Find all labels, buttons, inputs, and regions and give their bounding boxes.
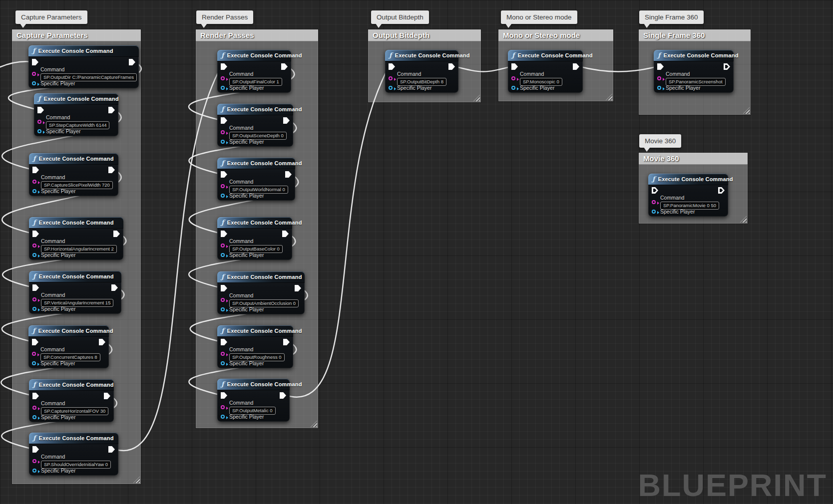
command-pin[interactable] [32, 406, 36, 410]
node-title-bar[interactable]: ƒExecute Console Command [217, 271, 305, 282]
specific-player-pin[interactable] [221, 415, 225, 419]
exec-out-pin[interactable] [129, 59, 135, 65]
comment-resize-handle[interactable] [743, 107, 750, 114]
node-execute-console-command[interactable]: ƒExecute Console CommandCommandSP.Horizo… [29, 217, 123, 260]
comment-bubble[interactable]: Capture Parameters [15, 10, 87, 24]
specific-player-pin[interactable] [32, 253, 36, 257]
exec-in-pin[interactable] [32, 446, 39, 453]
node-title-bar[interactable]: ƒExecute Console Command [217, 50, 291, 61]
node-title-bar[interactable]: ƒExecute Console Command [217, 217, 292, 228]
command-pin[interactable] [657, 76, 661, 80]
exec-out-pin[interactable] [448, 63, 455, 70]
comment-title-bar[interactable]: Single Frame 360 [639, 29, 751, 41]
node-title-bar[interactable]: ƒExecute Console Command [29, 379, 114, 390]
command-pin[interactable] [389, 76, 393, 80]
command-pin[interactable] [221, 298, 225, 302]
exec-out-pin[interactable] [295, 285, 301, 291]
command-pin[interactable] [32, 180, 36, 184]
exec-in-pin[interactable] [511, 63, 518, 70]
exec-out-pin[interactable] [718, 187, 725, 194]
node-title-bar[interactable]: ƒExecute Console Command [648, 174, 728, 185]
node-title-bar[interactable]: ƒExecute Console Command [29, 153, 118, 164]
comment-resize-handle[interactable] [606, 94, 612, 100]
comment-resize-handle[interactable] [133, 477, 140, 483]
node-execute-console-command[interactable]: ƒExecute Console CommandCommandSP.Output… [217, 217, 292, 260]
comment-title-bar[interactable]: Mono or Stereo mode [498, 29, 613, 41]
node-execute-console-command[interactable]: ƒExecute Console CommandCommandSP.Output… [28, 45, 139, 88]
node-execute-console-command[interactable]: ƒExecute Console CommandCommandSP.Monosc… [508, 50, 583, 93]
comment-title-bar[interactable]: Output Bitdepth [368, 29, 481, 41]
specific-player-pin[interactable] [32, 307, 36, 311]
node-execute-console-command[interactable]: ƒExecute Console CommandCommandSP.Concur… [28, 325, 109, 368]
exec-in-pin[interactable] [37, 107, 44, 113]
specific-player-pin[interactable] [221, 307, 225, 311]
comment-bubble[interactable]: Movie 360 [639, 134, 681, 148]
exec-in-pin[interactable] [389, 63, 395, 70]
node-execute-console-command[interactable]: ƒExecute Console CommandCommandSP.Vertic… [29, 271, 121, 314]
exec-out-pin[interactable] [281, 63, 288, 70]
specific-player-pin[interactable] [221, 361, 225, 365]
node-title-bar[interactable]: ƒExecute Console Command [217, 379, 290, 390]
node-title-bar[interactable]: ƒExecute Console Command [34, 93, 118, 104]
command-pin[interactable] [221, 76, 225, 80]
node-title-bar[interactable]: ƒExecute Console Command [217, 325, 293, 336]
exec-in-pin[interactable] [221, 392, 227, 399]
command-pin[interactable] [221, 352, 225, 356]
command-pin[interactable] [221, 130, 225, 134]
comment-bubble[interactable]: Render Passes [196, 10, 253, 24]
exec-out-pin[interactable] [111, 284, 118, 291]
specific-player-pin[interactable] [221, 194, 225, 198]
specific-player-pin[interactable] [32, 415, 36, 419]
node-title-bar[interactable]: ƒExecute Console Command [385, 50, 458, 61]
exec-out-pin[interactable] [724, 63, 730, 70]
exec-out-pin[interactable] [108, 167, 115, 173]
node-title-bar[interactable]: ƒExecute Console Command [508, 50, 583, 61]
node-execute-console-command[interactable]: ƒExecute Console CommandCommandSP.Output… [217, 271, 305, 314]
exec-in-pin[interactable] [32, 59, 38, 65]
comment-bubble[interactable]: Mono or Stereo mode [501, 10, 577, 24]
exec-in-pin[interactable] [221, 285, 227, 291]
exec-in-pin[interactable] [32, 231, 39, 237]
command-pin[interactable] [37, 120, 41, 124]
command-pin[interactable] [511, 76, 515, 80]
comment-bubble[interactable]: Output Bitdepth [371, 10, 429, 24]
node-execute-console-command[interactable]: ƒExecute Console CommandCommandSP.Captur… [29, 153, 118, 196]
exec-out-pin[interactable] [99, 339, 105, 345]
exec-out-pin[interactable] [113, 231, 120, 237]
command-pin[interactable] [32, 297, 36, 301]
comment-resize-handle[interactable] [473, 95, 480, 101]
command-pin[interactable] [32, 459, 36, 463]
comment-title-bar[interactable]: Capture Parameters [12, 29, 141, 41]
command-pin[interactable] [32, 72, 36, 76]
node-title-bar[interactable]: ƒExecute Console Command [28, 325, 109, 336]
command-pin[interactable] [32, 352, 36, 356]
node-execute-console-command[interactable]: ƒExecute Console CommandCommandSP.Should… [29, 433, 118, 476]
node-title-bar[interactable]: ƒExecute Console Command [28, 45, 139, 56]
exec-out-pin[interactable] [285, 171, 292, 178]
specific-player-pin[interactable] [652, 210, 656, 214]
exec-in-pin[interactable] [657, 63, 664, 70]
exec-in-pin[interactable] [221, 339, 227, 345]
node-execute-console-command[interactable]: ƒExecute Console CommandCommandSP.Output… [217, 379, 290, 422]
specific-player-pin[interactable] [389, 86, 393, 90]
exec-out-pin[interactable] [573, 63, 579, 70]
specific-player-pin[interactable] [32, 469, 36, 473]
comment-title-bar[interactable]: Render Passes [196, 29, 318, 41]
node-execute-console-command[interactable]: ƒExecute Console CommandCommandSP.Output… [217, 158, 295, 201]
node-title-bar[interactable]: ƒExecute Console Command [217, 158, 295, 169]
exec-out-pin[interactable] [104, 393, 110, 399]
specific-player-pin[interactable] [657, 86, 661, 90]
specific-player-pin[interactable] [32, 189, 36, 193]
node-execute-console-command[interactable]: ƒExecute Console CommandCommandSP.Panora… [654, 50, 734, 93]
comment-resize-handle[interactable] [740, 216, 747, 223]
exec-in-pin[interactable] [32, 284, 39, 291]
node-execute-console-command[interactable]: ƒExecute Console CommandCommandSP.StepCa… [34, 93, 118, 136]
command-pin[interactable] [221, 405, 225, 409]
command-pin[interactable] [221, 244, 225, 248]
comment-bubble[interactable]: Single Frame 360 [639, 10, 704, 24]
comment-title-bar[interactable]: Movie 360 [639, 153, 748, 165]
specific-player-pin[interactable] [32, 361, 36, 365]
exec-in-pin[interactable] [221, 171, 227, 178]
node-execute-console-command[interactable]: ƒExecute Console CommandCommandSP.Output… [385, 50, 458, 93]
exec-in-pin[interactable] [221, 231, 227, 237]
